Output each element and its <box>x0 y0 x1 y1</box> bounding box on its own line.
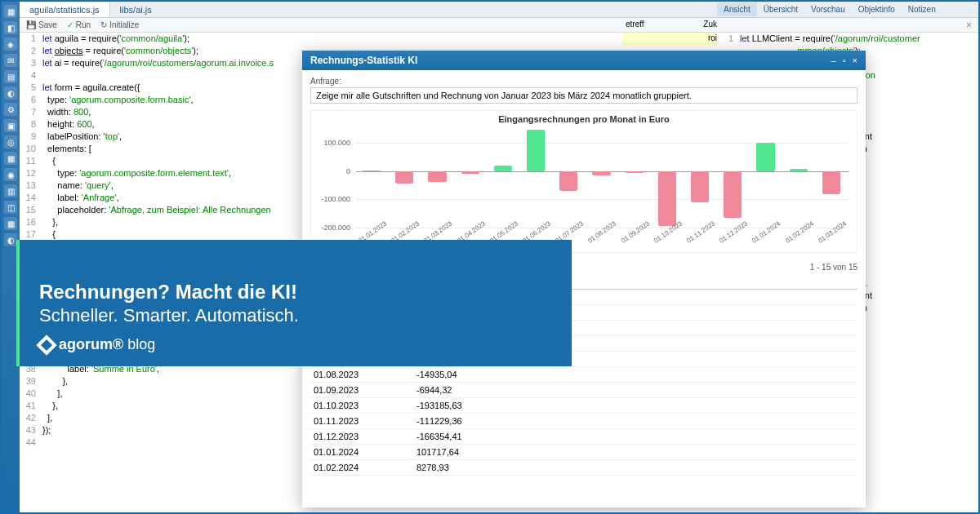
check-icon: ✓ <box>67 20 74 29</box>
logo-icon <box>36 335 56 355</box>
popup-title-text: Rechnungs-Statistik KI <box>310 55 417 66</box>
query-label: Anfrage: <box>310 77 858 86</box>
run-button[interactable]: ✓Run <box>67 20 91 29</box>
overlay-subline: Schneller. Smarter. Automatisch. <box>39 305 549 326</box>
nav-icon-1[interactable]: ◧ <box>4 21 17 34</box>
minimize-icon[interactable]: – <box>831 55 836 65</box>
table-row[interactable]: 01.09.2023-6944,32 <box>310 383 858 398</box>
rtab-vorschau[interactable]: Vorschau <box>804 2 852 16</box>
right-panel-tabs: Ansicht Übersicht Vorschau Objektinfo No… <box>717 2 978 18</box>
nav-icon-12[interactable]: ◫ <box>4 201 17 214</box>
nav-icon-9[interactable]: ▦ <box>4 152 17 165</box>
popup-titlebar[interactable]: Rechnungs-Statistik KI – ▫ × <box>302 51 866 70</box>
nav-icon-10[interactable]: ◉ <box>4 168 17 181</box>
nav-icon-5[interactable]: ◐ <box>4 86 17 100</box>
tab-statistics[interactable]: aguila/statistics.js <box>20 2 110 17</box>
save-button[interactable]: 💾Save <box>26 20 57 29</box>
nav-icon-14[interactable]: ◐ <box>4 233 17 246</box>
nav-icon-8[interactable]: ◎ <box>4 135 17 148</box>
query-input[interactable] <box>310 87 858 104</box>
chart: Eingangsrechnungen pro Monat in Euro 100… <box>310 110 858 253</box>
save-icon: 💾 <box>26 20 36 29</box>
list-header: etreffZuk <box>622 18 720 33</box>
rtab-ansicht[interactable]: Ansicht <box>717 2 757 16</box>
table-row[interactable]: 01.02.20248278,93 <box>310 460 858 476</box>
refresh-icon: ↻ <box>100 20 107 29</box>
init-button[interactable]: ↻Initialize <box>100 20 139 29</box>
table-row[interactable]: 01.12.2023-166354,41 <box>310 429 858 445</box>
nav-icon-11[interactable]: ▥ <box>4 184 17 197</box>
table-row[interactable]: 01.01.2024101717,64 <box>310 445 858 460</box>
maximize-icon[interactable]: ▫ <box>843 55 846 65</box>
tab-ai[interactable]: libs/ai.js <box>110 2 162 17</box>
nav-icon-7[interactable]: ▣ <box>4 119 17 132</box>
nav-icon-2[interactable]: ◈ <box>4 38 17 51</box>
rtab-uebersicht[interactable]: Übersicht <box>757 2 804 16</box>
close-icon[interactable]: × <box>966 20 972 31</box>
overlay-headline: Rechnungen? Macht die KI! <box>39 281 549 304</box>
popup-close-icon[interactable]: × <box>853 55 858 65</box>
nav-icon-4[interactable]: ▤ <box>4 70 17 83</box>
promo-overlay: Rechnungen? Macht die KI! Schneller. Sma… <box>16 240 572 366</box>
rtab-objektinfo[interactable]: Objektinfo <box>852 2 902 16</box>
nav-icon-13[interactable]: ▦ <box>4 217 17 230</box>
table-row[interactable]: 01.11.2023-111229,36 <box>310 414 858 429</box>
rtab-notizen[interactable]: Notizen <box>902 2 942 16</box>
search-result: roi <box>622 33 720 46</box>
brand-logo: agorum® blog <box>39 336 155 353</box>
editor-toolbar: 💾Save ✓Run ↻Initialize × <box>20 18 978 33</box>
table-row[interactable]: 01.10.2023-193185,63 <box>310 398 858 414</box>
nav-icon-6[interactable]: ⚙ <box>4 103 17 116</box>
table-row[interactable]: 01.08.2023-14935,04 <box>310 367 858 383</box>
chart-title: Eingangsrechnungen pro Monat in Euro <box>311 111 857 127</box>
grid-icon[interactable]: ▦ <box>4 5 17 18</box>
nav-icon-3[interactable]: ✉ <box>4 54 17 67</box>
